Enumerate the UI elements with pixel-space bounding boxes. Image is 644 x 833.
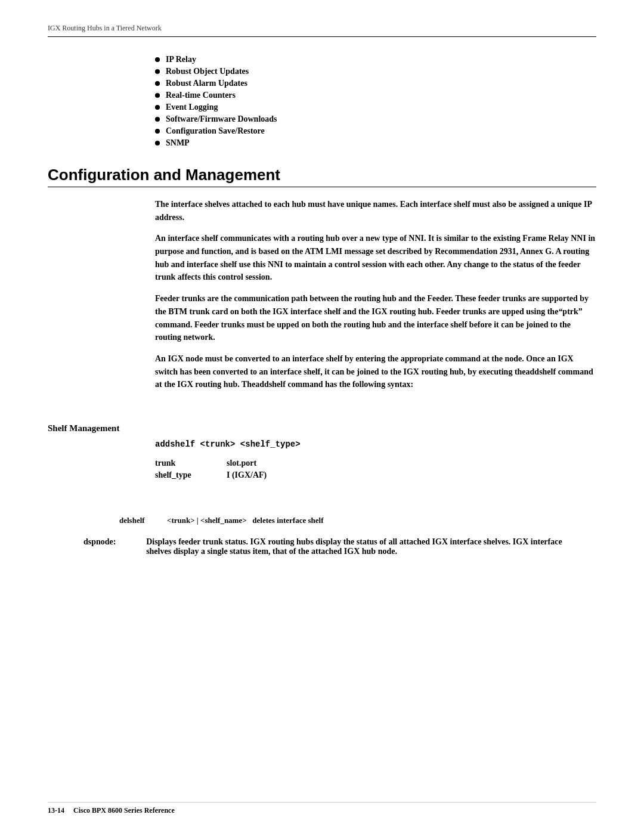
bullet-icon [155,93,160,98]
delshelf-table: delshelf <trunk> | <shelf_name> deletes … [119,515,335,527]
dspnode-label: dspnode: [83,536,146,558]
bullet-icon [155,129,160,134]
list-item: Event Logging [155,103,596,112]
cmd-label: delshelf [119,515,167,527]
dspnode-table: dspnode: Displays feeder trunk status. I… [83,536,572,558]
table-row: shelf_type I (IGX/AF) [155,469,290,481]
paragraph-3: Feeder trunks are the communication path… [155,292,596,344]
table-row: dspnode: Displays feeder trunk status. I… [83,536,572,558]
list-item: Configuration Save/Restore [155,126,596,136]
list-item: Robust Alarm Updates [155,79,596,88]
cmd-params: <trunk> | <shelf_name> deletes interface… [167,515,335,527]
header-text: IGX Routing Hubs in a Tiered Network [48,24,162,32]
paragraph-2: An interface shelf communicates with a r… [155,232,596,284]
param-value: I (IGX/AF) [227,469,290,481]
section-title: Configuration and Management [48,166,596,187]
table-row: trunk slot.port [155,457,290,469]
feature-list: IP Relay Robust Object Updates Robust Al… [155,55,596,148]
bullet-icon [155,105,160,110]
page-footer: 13-14 Cisco BPX 8600 Series Reference [48,802,596,815]
param-name: shelf_type [155,469,227,481]
list-item: Real-time Counters [155,91,596,100]
list-item: Software/Firmware Downloads [155,114,596,124]
paragraph-4: An IGX node must be converted to an inte… [155,352,596,391]
addshelf-syntax: addshelf <trunk> <shelf_type> [155,439,596,449]
bullet-icon [155,117,160,122]
page-header: IGX Routing Hubs in a Tiered Network [48,24,596,37]
shelf-management-title: Shelf Management [48,423,596,433]
list-item: Robust Object Updates [155,67,596,76]
footer-title: Cisco BPX 8600 Series Reference [73,806,175,815]
paragraph-1: The interface shelves attached to each h… [155,198,596,224]
table-row: delshelf <trunk> | <shelf_name> deletes … [119,515,335,527]
bullet-icon [155,57,160,62]
dspnode-desc: Displays feeder trunk status. IGX routin… [146,536,572,558]
bullet-icon [155,141,160,145]
list-item: IP Relay [155,55,596,64]
list-item: SNMP [155,138,596,148]
param-value: slot.port [227,457,290,469]
bullet-icon [155,81,160,86]
param-table: trunk slot.port shelf_type I (IGX/AF) [155,457,290,481]
bullet-icon [155,69,160,74]
footer-page: 13-14 [48,806,64,815]
param-name: trunk [155,457,227,469]
